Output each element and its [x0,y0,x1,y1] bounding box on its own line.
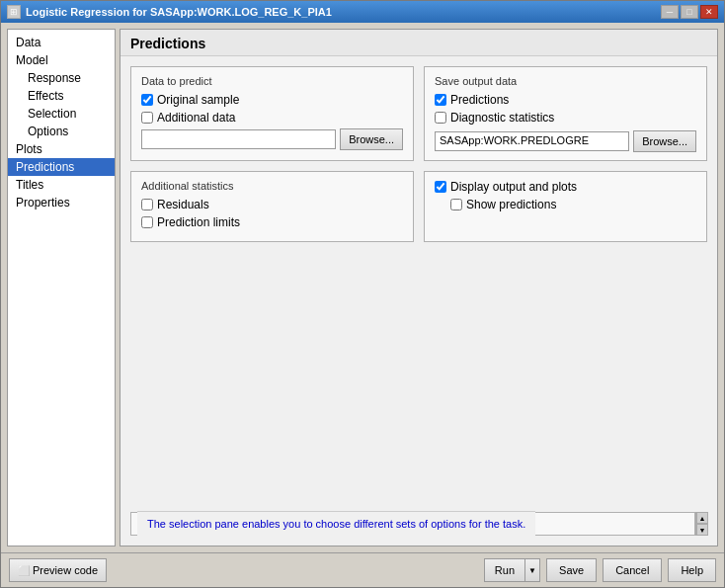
title-bar: ⊞ Logistic Regression for SASApp:WORK.LO… [1,1,724,23]
close-button[interactable]: ✕ [700,5,718,19]
status-area: The selection pane enables you to choose… [130,512,695,536]
main-window: ⊞ Logistic Regression for SASApp:WORK.LO… [0,0,725,588]
preview-icon: ⬜ [18,565,30,576]
additional-stats-panel: Additional statistics Residuals Predicti… [130,171,414,242]
additional-stats-title: Additional statistics [141,180,403,192]
scroll-down-arrow[interactable]: ▼ [696,524,708,536]
save-output-panel: Save output data Predictions Diagnostic … [424,66,707,161]
prediction-limits-label: Prediction limits [157,215,240,229]
display-output-checkbox[interactable] [435,181,446,193]
maximize-button[interactable]: □ [681,5,698,19]
data-browse-button[interactable]: Browse... [340,128,403,150]
help-button[interactable]: Help [668,558,716,582]
title-bar-left: ⊞ Logistic Regression for SASApp:WORK.LO… [7,5,332,19]
preview-code-label: Preview code [33,564,98,576]
sidebar-item-properties[interactable]: Properties [8,194,115,211]
status-text: The selection pane enables you to choose… [137,511,535,536]
additional-data-row: Additional data [141,111,403,125]
bottom-bar: ⬜ Preview code Run ▼ Save Cancel Help [1,552,724,587]
status-row: The selection pane enables you to choose… [130,512,707,536]
additional-data-checkbox[interactable] [141,112,153,124]
sidebar-item-titles[interactable]: Titles [8,176,115,194]
title-controls: ─ □ ✕ [661,5,718,19]
diagnostic-stats-label: Diagnostic statistics [450,111,554,125]
output-browse-button[interactable]: Browse... [633,130,696,152]
save-button[interactable]: Save [546,558,597,582]
output-path-row: SASApp:WORK.PREDLOGRE Browse... [435,130,696,152]
original-sample-label: Original sample [157,93,239,107]
run-dropdown-arrow[interactable]: ▼ [524,558,540,582]
display-output-row: Display output and plots [435,180,696,194]
sidebar-item-selection[interactable]: Selection [8,105,115,123]
prediction-limits-checkbox[interactable] [141,216,153,228]
spacer [130,252,707,502]
additional-data-label: Additional data [157,111,235,125]
sidebar-item-effects[interactable]: Effects [8,87,115,105]
diagnostic-stats-row: Diagnostic statistics [435,111,696,125]
show-predictions-checkbox[interactable] [450,199,462,210]
diagnostic-stats-checkbox[interactable] [435,112,446,124]
output-path-display: SASApp:WORK.PREDLOGRE [435,131,629,151]
sidebar-item-data[interactable]: Data [8,34,115,51]
app-icon: ⊞ [7,5,21,19]
sidebar-item-options[interactable]: Options [8,123,115,140]
predictions-output-checkbox[interactable] [435,94,446,106]
data-to-predict-panel: Data to predict Original sample Addition… [130,66,414,161]
prediction-limits-row: Prediction limits [141,215,403,229]
run-button[interactable]: Run [484,558,524,582]
panel-body: Data to predict Original sample Addition… [121,56,717,546]
sidebar-item-predictions[interactable]: Predictions [8,158,115,176]
panel-title: Predictions [130,36,205,51]
save-output-title: Save output data [435,75,696,87]
predictions-output-row: Predictions [435,93,696,107]
panel-header: Predictions [121,30,717,56]
display-output-label: Display output and plots [450,180,577,194]
residuals-checkbox[interactable] [141,199,153,210]
run-button-group: Run ▼ [484,558,540,582]
scroll-up-arrow[interactable]: ▲ [696,512,708,524]
residuals-label: Residuals [157,198,209,211]
original-sample-checkbox[interactable] [141,94,153,106]
content-area: Data Model Response Effects Selection Op… [1,23,724,552]
bottom-panels-row: Additional statistics Residuals Predicti… [130,171,707,242]
sidebar: Data Model Response Effects Selection Op… [7,29,116,546]
sidebar-item-response[interactable]: Response [8,69,115,87]
preview-code-button[interactable]: ⬜ Preview code [9,558,107,582]
display-output-panel: Display output and plots Show prediction… [424,171,707,242]
show-predictions-row: Show predictions [435,198,696,211]
sidebar-item-model[interactable]: Model [8,51,115,69]
additional-data-input-row: Browse... [141,128,403,150]
top-panels-row: Data to predict Original sample Addition… [130,66,707,161]
original-sample-row: Original sample [141,93,403,107]
show-predictions-label: Show predictions [466,198,556,211]
additional-data-input[interactable] [141,129,336,149]
residuals-row: Residuals [141,198,403,211]
status-scrollbar[interactable]: ▲ ▼ [695,512,707,536]
predictions-output-label: Predictions [450,93,509,107]
minimize-button[interactable]: ─ [661,5,679,19]
data-to-predict-title: Data to predict [141,75,403,87]
main-panel: Predictions Data to predict Original sam… [120,29,718,546]
window-title: Logistic Regression for SASApp:WORK.LOG_… [26,6,332,18]
sidebar-item-plots[interactable]: Plots [8,140,115,158]
cancel-button[interactable]: Cancel [603,558,662,582]
